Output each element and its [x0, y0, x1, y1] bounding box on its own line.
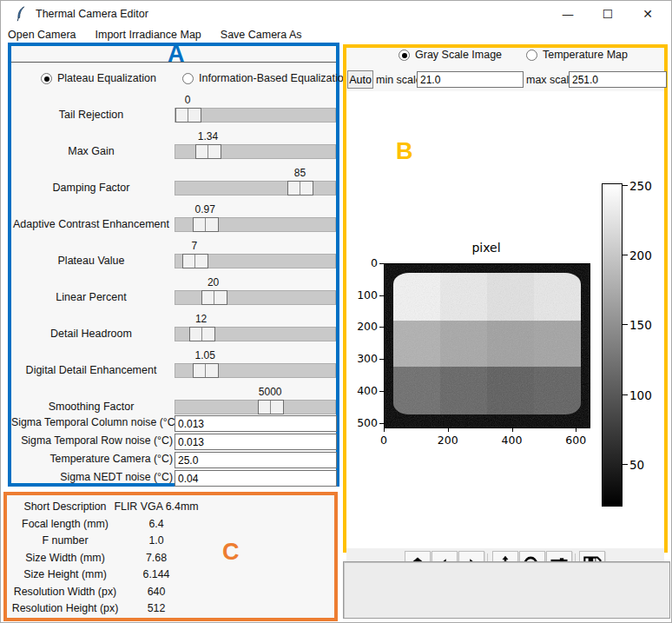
status-output-panel [343, 561, 670, 619]
radio-plateau-equalization[interactable] [41, 73, 52, 84]
image-patch [440, 321, 487, 366]
matplotlib-figure: pixel 0100200300400500 0200400600 250200… [346, 91, 664, 549]
slider-value: 7 [160, 240, 229, 252]
slider-track[interactable] [175, 254, 336, 268]
y-axis-tick-mark [379, 359, 384, 360]
x-axis-tick-label: 200 [431, 434, 465, 447]
image-patch [440, 367, 487, 414]
colorbar-tick-label: 50 [629, 460, 664, 470]
slider-value: 0 [153, 94, 222, 106]
slider-track[interactable] [175, 108, 336, 123]
slider-track[interactable] [175, 217, 336, 232]
max-scale-input[interactable] [569, 71, 667, 88]
slider-label: Smoothing Factor [11, 400, 171, 414]
x-axis-tick-label: 600 [558, 434, 593, 447]
section-a-panel: A Plateau Equalization Information-Based… [8, 43, 339, 487]
min-scale-input[interactable] [417, 71, 524, 88]
camera-info-value: 6.4 [104, 516, 208, 532]
image-patch [440, 273, 487, 321]
image-patch [393, 321, 440, 366]
slider-track[interactable] [175, 144, 336, 159]
close-icon[interactable]: ✕ [628, 1, 668, 27]
radio-information-based-equalization-label: Information-Based Equalization [199, 72, 350, 85]
entry-label: Sigma Temporal Column noise (°C) [11, 415, 173, 430]
plot-title: pixel [384, 241, 589, 255]
min-scale-label: min scale [376, 71, 422, 89]
slider-handle[interactable] [193, 363, 219, 378]
camera-info-value: 6.144 [104, 567, 208, 582]
image-patch [393, 273, 440, 321]
slider-track[interactable] [175, 363, 336, 378]
slider-handle[interactable] [195, 144, 221, 159]
menu-open-camera[interactable]: Open Camera [1, 27, 86, 43]
y-axis-tick-label: 500 [352, 418, 378, 428]
radio-temperature-map[interactable] [526, 50, 537, 61]
slider-label: Linear Percent [11, 290, 171, 305]
entry-field[interactable] [175, 470, 337, 487]
slider-label: Detail Headroom [11, 327, 171, 341]
annotation-letter-a: A [168, 43, 185, 66]
menu-save-camera-as[interactable]: Save Camera As [211, 27, 312, 43]
slider-handle[interactable] [189, 327, 215, 341]
slider-label: Tail Rejection [11, 108, 171, 123]
radio-gray-scale-image[interactable] [399, 50, 410, 61]
slider-track[interactable] [175, 290, 336, 305]
x-axis-tick-mark [576, 427, 576, 432]
app-window: Thermal Camera Editor — ☐ ✕ Open Camera … [0, 0, 672, 623]
auto-button[interactable]: Auto [347, 70, 373, 89]
colorbar-tick-label: 150 [629, 320, 664, 330]
entry-field[interactable] [175, 434, 337, 450]
section-b-panel: B Gray Scale Image Temperature Map Auto … [343, 44, 668, 553]
slider-handle[interactable] [258, 400, 284, 414]
minimize-icon[interactable]: — [548, 1, 588, 27]
slider-label: Max Gain [11, 144, 171, 159]
annotation-letter-b: B [396, 140, 413, 163]
colorbar-tick-label: 100 [629, 390, 664, 401]
maximize-icon[interactable]: ☐ [588, 1, 628, 27]
slider-track[interactable] [175, 181, 336, 196]
y-axis-tick-label: 300 [352, 354, 378, 364]
slider-label: Damping Factor [11, 181, 171, 196]
slider-handle[interactable] [182, 254, 208, 268]
slider-handle[interactable] [175, 108, 201, 123]
image-patch [534, 367, 581, 414]
slider-value: 85 [265, 167, 334, 179]
x-axis-tick-label: 0 [366, 434, 401, 447]
slider-track[interactable] [175, 327, 336, 341]
entry-field[interactable] [175, 452, 337, 468]
section-c-panel: C Short DescriptionFLIR VGA 6.4mmFocal l… [3, 492, 338, 621]
y-axis-tick-mark [379, 423, 384, 424]
slider-value: 20 [179, 276, 248, 288]
radio-information-based-equalization[interactable] [182, 73, 194, 84]
slider-handle[interactable] [193, 217, 219, 232]
colorbar-tick-mark [623, 324, 628, 325]
y-axis-tick-mark [379, 263, 384, 264]
thermal-test-image [393, 273, 581, 414]
camera-info-value: 1.0 [104, 533, 208, 548]
colorbar-tick-label: 250 [629, 181, 664, 191]
slider-value: 0.97 [170, 203, 240, 215]
slider-handle[interactable] [201, 290, 227, 305]
annotation-letter-c: C [222, 540, 240, 564]
entry-label: Sigma Temporal Row noise (°C) [11, 434, 173, 448]
slider-label: Adaptive Contrast Enhancement [11, 217, 171, 232]
tk-feather-icon [15, 6, 28, 22]
colorbar-tick-label: 200 [629, 250, 664, 261]
slider-value: 5000 [235, 386, 305, 398]
slider-handle[interactable] [287, 181, 313, 196]
title-bar: Thermal Camera Editor — ☐ ✕ [1, 1, 671, 27]
slider-value: 12 [167, 313, 236, 325]
menu-import-irradiance-map[interactable]: Import Irradiance Map [86, 27, 211, 43]
y-axis-tick-mark [379, 327, 384, 328]
image-patch [487, 321, 534, 366]
entry-label: Sigma NEDT noise (°C) [11, 470, 173, 485]
camera-info-value: 7.68 [104, 550, 208, 566]
entry-field[interactable] [175, 415, 337, 432]
slider-track[interactable] [175, 400, 336, 414]
window-controls: — ☐ ✕ [548, 1, 668, 27]
camera-info-value: FLIR VGA 6.4mm [104, 499, 208, 514]
radio-plateau-equalization-label: Plateau Equalization [57, 72, 156, 85]
x-axis-tick-label: 400 [495, 434, 530, 447]
y-axis-tick-label: 100 [352, 290, 378, 301]
menu-bar: Open Camera Import Irradiance Map Save C… [1, 27, 671, 43]
